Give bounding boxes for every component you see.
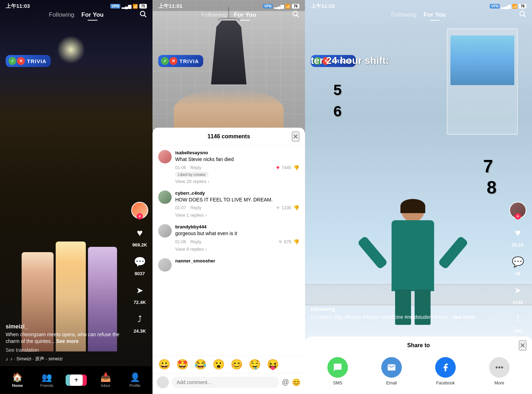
nav-inbox-left[interactable]: 📥 Inbox bbox=[95, 372, 116, 388]
see-more-left[interactable]: See more bbox=[56, 338, 78, 344]
music-note-icon: ♪ bbox=[6, 356, 8, 362]
commenter-avatar-1[interactable] bbox=[158, 150, 172, 163]
following-tab-center[interactable]: Following bbox=[201, 11, 227, 18]
wifi-icon-right: 📶 bbox=[512, 4, 517, 9]
view-replies-2[interactable]: View 1 replies › bbox=[175, 212, 299, 218]
close-share-button[interactable]: ✕ bbox=[519, 340, 526, 350]
at-icon[interactable]: @ bbox=[282, 378, 289, 387]
reply-button-1[interactable]: Reply bbox=[190, 165, 201, 170]
caption-left: When cheongsam meets opera, who can refu… bbox=[6, 331, 131, 345]
trivia-sticker-center[interactable]: ✓ ✕ TRIVIA bbox=[158, 55, 203, 67]
for-you-tab-center[interactable]: For You bbox=[234, 11, 256, 18]
trivia-check-icon: ✓ bbox=[9, 57, 16, 65]
commenter-avatar-3[interactable] bbox=[158, 224, 172, 238]
like-count-comment-3: 879 bbox=[284, 239, 291, 244]
for-you-tab-left[interactable]: For You bbox=[82, 11, 104, 18]
svg-point-0 bbox=[140, 11, 145, 16]
comment-button-right[interactable]: 💬 49 bbox=[510, 254, 526, 276]
emoji-laugh[interactable]: 😂 bbox=[194, 359, 207, 370]
dislike-icon-1[interactable]: 👎 bbox=[293, 165, 299, 171]
share-facebook[interactable]: Facebook bbox=[435, 357, 456, 385]
facebook-label: Facebook bbox=[436, 381, 455, 385]
share-button-left[interactable]: ➤ 72.4K bbox=[132, 283, 148, 305]
search-button-left[interactable] bbox=[139, 10, 147, 20]
emoji-tongue[interactable]: 😝 bbox=[267, 359, 279, 370]
share-button-right[interactable]: ➤ 2148 bbox=[510, 283, 526, 305]
number-6: 6 bbox=[333, 103, 342, 120]
like-icon-2[interactable]: ♥ bbox=[276, 205, 280, 211]
status-bar-center: 上午11:01 VPN ▂▄▆ 📶 76 bbox=[153, 0, 305, 11]
username-right[interactable]: mlnewng bbox=[311, 306, 504, 312]
avatar-container-right[interactable]: + bbox=[509, 202, 526, 219]
comment-button-left[interactable]: 💬 9037 bbox=[132, 254, 148, 276]
commenter-name-1[interactable]: isabellesaysno bbox=[175, 150, 299, 155]
nav-friends[interactable]: 👥 Friends bbox=[36, 372, 57, 388]
emoji-drool[interactable]: 🤤 bbox=[249, 359, 261, 370]
emoji-smile[interactable]: 😊 bbox=[231, 359, 243, 370]
like-button-right[interactable]: ♥ 33.1K bbox=[510, 225, 526, 248]
commenter-avatar-4[interactable] bbox=[158, 258, 172, 272]
comment-date-2: 01-07 bbox=[175, 205, 186, 210]
my-avatar bbox=[157, 376, 169, 388]
search-button-center[interactable] bbox=[292, 10, 299, 20]
comment-meta-2: 01-07 Reply bbox=[175, 205, 201, 210]
nav-home[interactable]: 🏠 Home bbox=[7, 372, 28, 388]
commenter-name-4[interactable]: nanner_smoosher bbox=[175, 258, 299, 263]
like-icon-3[interactable]: ♥ bbox=[278, 239, 282, 245]
see-more-right[interactable]: See more bbox=[453, 314, 475, 320]
dislike-icon-2[interactable]: 👎 bbox=[293, 205, 299, 211]
view-replies-3[interactable]: View 9 replies › bbox=[175, 246, 299, 252]
close-comments-button[interactable]: ✕ bbox=[292, 132, 299, 141]
emoji-star-eyes[interactable]: 🤩 bbox=[176, 359, 189, 370]
following-tab-left[interactable]: Following bbox=[49, 11, 74, 18]
share-more[interactable]: ••• More bbox=[489, 357, 510, 385]
comment-date-3: 01-06 bbox=[175, 239, 186, 244]
emoji-picker-icon[interactable]: 😊 bbox=[292, 378, 301, 387]
svg-line-1 bbox=[144, 15, 146, 17]
more-label: More bbox=[494, 381, 504, 385]
comments-list[interactable]: isabellesaysno What Stevie nicks fan die… bbox=[153, 146, 305, 355]
commenter-name-3[interactable]: brandybby444 bbox=[175, 224, 299, 229]
add-post-button[interactable]: + bbox=[68, 374, 85, 386]
emoji-wow[interactable]: 😮 bbox=[212, 359, 225, 370]
emoji-grin[interactable]: 😀 bbox=[158, 359, 171, 370]
see-translation[interactable]: See translation bbox=[6, 347, 131, 353]
share-sms[interactable]: SMS bbox=[327, 357, 348, 385]
signal-icon-center: ▂▄▆ bbox=[274, 4, 284, 9]
trivia-sticker-left[interactable]: ✓ ✕ TRIVIA bbox=[6, 55, 51, 67]
reply-button-2[interactable]: Reply bbox=[190, 205, 201, 210]
view-replies-1[interactable]: View 20 replies › bbox=[175, 179, 299, 184]
search-button-right[interactable] bbox=[519, 10, 526, 20]
profile-label: Profile bbox=[129, 383, 140, 388]
dislike-icon-3[interactable]: 👎 bbox=[293, 239, 299, 245]
inbox-icon: 📥 bbox=[100, 372, 111, 382]
following-tab-right[interactable]: Following bbox=[391, 11, 417, 18]
like-button-left[interactable]: ♥ 969.2K bbox=[132, 225, 148, 248]
commenter-name-2[interactable]: cyberr..c4ndy bbox=[175, 190, 299, 196]
reply-button-3[interactable]: Reply bbox=[190, 239, 201, 244]
like-icon-1[interactable]: ♥ bbox=[276, 165, 280, 171]
comment-input-field[interactable] bbox=[172, 377, 279, 388]
save-button-right[interactable]: ⤴ 290 bbox=[510, 311, 526, 334]
right-actions-left: + ♥ 969.2K 💬 9037 ➤ 72.4K ⤴ 24.3K bbox=[131, 202, 148, 334]
for-you-tab-right[interactable]: For You bbox=[424, 11, 446, 18]
comment-likes-1: ♥ 7445 👎 bbox=[276, 165, 299, 171]
follow-plus[interactable]: + bbox=[137, 213, 143, 220]
vpn-badge: VPN bbox=[110, 4, 121, 9]
username-left[interactable]: simeizi_ bbox=[6, 323, 131, 330]
nav-profile-left[interactable]: 👤 Profile bbox=[124, 372, 146, 388]
comment-item: isabellesaysno What Stevie nicks fan die… bbox=[158, 150, 299, 184]
follow-plus-right[interactable]: + bbox=[515, 213, 521, 220]
save-button-left[interactable]: ⤴ 24.3K bbox=[132, 311, 148, 334]
share-title: Share to bbox=[407, 342, 430, 349]
comment-item-3: brandybby444 gorgeous but what even is i… bbox=[158, 224, 299, 252]
commenter-avatar-2[interactable] bbox=[158, 190, 172, 204]
share-email[interactable]: Email bbox=[381, 357, 402, 385]
avatar-container[interactable]: + bbox=[131, 202, 148, 219]
inbox-label: Inbox bbox=[101, 383, 110, 388]
nav-add[interactable]: + bbox=[66, 374, 87, 386]
svg-line-4 bbox=[297, 15, 299, 17]
svg-line-6 bbox=[524, 15, 526, 17]
bottom-info-left: simeizi_ When cheongsam meets opera, who… bbox=[6, 323, 131, 362]
comment-meta-1: 01-06 Reply bbox=[175, 165, 201, 170]
